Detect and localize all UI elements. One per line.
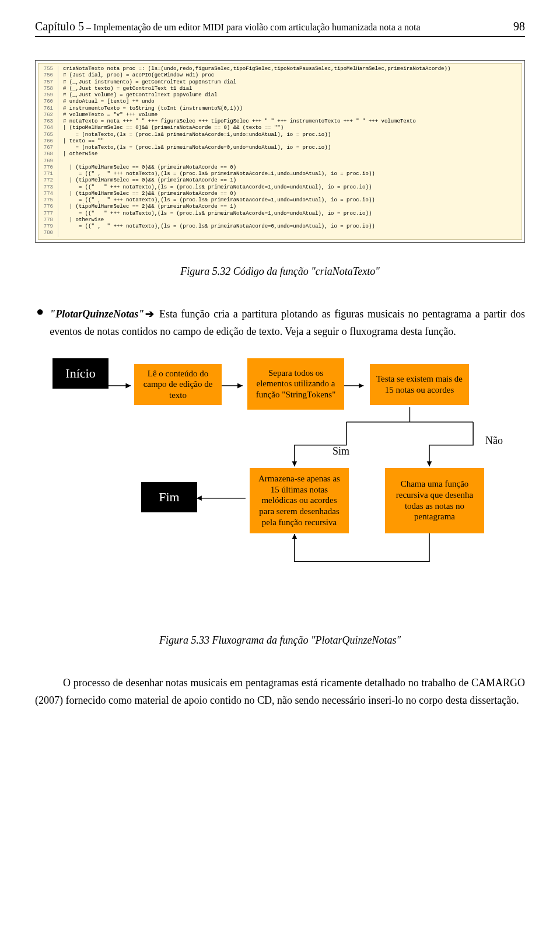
line-number: 763 [38, 118, 58, 125]
code-text: | (tipoMelHarmSelec == 0)&& (primeiraNot… [63, 165, 236, 171]
code-line: 774 | (tipoMelHarmSelec == 2)&& (primeir… [38, 191, 518, 197]
chapter-title: Implementação de um editor MIDI para vio… [93, 22, 421, 32]
flow-store-15: Armazena-se apenas as 15 últimas notas m… [250, 468, 349, 533]
code-text: | otherwise [63, 217, 104, 223]
flow-split-tokens: Separa todos os elementos utilizando a f… [247, 358, 344, 410]
line-number: 770 [38, 165, 58, 171]
paragraph-body: "PlotarQuinzeNotas"➔ Esta função cria a … [50, 305, 525, 341]
code-text: = ((" , " +++ notaTexto),(ls = (proc.ls&… [63, 223, 375, 230]
code-line: 771 = ((" , " +++ notaTexto),(ls = (proc… [38, 171, 518, 177]
line-number: 780 [38, 230, 58, 236]
line-number: 767 [38, 145, 58, 151]
code-text: | (tipoMelHarmSelec == 0)&& (primeiraNot… [63, 125, 284, 131]
chapter-number: Capítulo 5 [35, 20, 84, 33]
line-number: 779 [38, 223, 58, 230]
code-line: 772 | (tipoMelHarmSelec == 0)&& (primeir… [38, 177, 518, 184]
line-number: 777 [38, 211, 58, 217]
code-line: 766| texto == "" [38, 138, 518, 145]
code-line: 767 = (notaTexto,(ls = (proc.ls& primeir… [38, 145, 518, 151]
flow-end: Fim [141, 482, 197, 512]
code-text: # notaTexto = nota +++ " " +++ figuraSel… [63, 118, 416, 125]
figure-5-32-caption: Figura 5.32 Código da função "criaNotaTe… [35, 264, 525, 280]
line-number: 768 [38, 151, 58, 158]
code-text: # undoAtual = [texto] ++ undo [63, 99, 155, 105]
code-text: | (tipoMelHarmSelec == 2)&& (primeiraNot… [63, 191, 236, 197]
code-text: # (_,Just instrumento) = getControlText … [63, 79, 236, 86]
code-text: | texto == "" [63, 138, 104, 145]
line-number: 764 [38, 125, 58, 131]
code-line: 768| otherwise [38, 151, 518, 158]
code-text: = (notaTexto,(ls = (proc.ls& primeiraNot… [63, 132, 331, 138]
line-number: 756 [38, 72, 58, 79]
line-number: 757 [38, 79, 58, 86]
line-number: 760 [38, 99, 58, 105]
code-line: 761# instrumentoTexto = toString (toInt … [38, 106, 518, 112]
code-text: = ((" " +++ notaTexto),(ls = (proc.ls& p… [63, 184, 372, 191]
code-line: 779 = ((" , " +++ notaTexto),(ls = (proc… [38, 223, 518, 230]
code-text: = ((" , " +++ notaTexto),(ls = (proc.ls&… [63, 197, 375, 204]
flow-start: Início [52, 358, 108, 389]
line-number: 759 [38, 92, 58, 99]
chapter-header: Capítulo 5 – Implementação de um editor … [35, 18, 525, 37]
code-text: # (_,Just volume) = getControlText popVo… [63, 92, 218, 99]
line-number: 769 [38, 158, 58, 165]
flow-test-15: Testa se existem mais de 15 notas ou aco… [370, 364, 469, 405]
code-frame: 755criaNotaTexto nota proc =: (ls=(undo,… [35, 60, 525, 243]
code-line: 757# (_,Just instrumento) = getControlTe… [38, 79, 518, 86]
line-number: 773 [38, 184, 58, 191]
code-line: 769 [38, 158, 518, 165]
line-number: 778 [38, 217, 58, 223]
flow-read-content: Lê o conteúdo do campo de edição de text… [134, 364, 222, 405]
code-line: 773 = ((" " +++ notaTexto),(ls = (proc.l… [38, 184, 518, 191]
line-number: 774 [38, 191, 58, 197]
flow-recursive-draw: Chama uma função recursiva que desenha t… [385, 468, 484, 533]
code-line: 759# (_,Just volume) = getControlText po… [38, 92, 518, 99]
code-line: 770 | (tipoMelHarmSelec == 0)&& (primeir… [38, 165, 518, 171]
figure-5-33-caption: Figura 5.33 Fluxograma da função "Plotar… [35, 633, 525, 648]
code-line: 778 | otherwise [38, 217, 518, 223]
line-number: 762 [38, 112, 58, 118]
page-number: 98 [513, 18, 525, 35]
flowchart: Início Lê o conteúdo do campo de edição … [52, 358, 525, 603]
closing-paragraph: O processo de desenhar notas musicais em… [35, 674, 525, 710]
line-number: 775 [38, 197, 58, 204]
code-text: # volumeTexto = "v" +++ volume [63, 112, 158, 118]
code-line: 764| (tipoMelHarmSelec == 0)&& (primeira… [38, 125, 518, 131]
code-text: | (tipoMelHarmSelec == 0)&& (primeiraNot… [63, 177, 236, 184]
line-number: 755 [38, 66, 58, 72]
flow-label-nao: Não [485, 433, 503, 449]
code-line: 755criaNotaTexto nota proc =: (ls=(undo,… [38, 66, 518, 72]
code-text: criaNotaTexto nota proc =: (ls=(undo,red… [63, 66, 450, 72]
code-text: | (tipoMelHarmSelec == 2)&& (primeiraNot… [63, 204, 236, 210]
code-text: # instrumentoTexto = toString (toInt (in… [63, 106, 243, 112]
code-line: 763# notaTexto = nota +++ " " +++ figura… [38, 118, 518, 125]
function-name: "PlotarQuinzeNotas" [50, 308, 144, 320]
code-line: 775 = ((" , " +++ notaTexto),(ls = (proc… [38, 197, 518, 204]
code-line: 777 = ((" " +++ notaTexto),(ls = (proc.l… [38, 211, 518, 217]
bullet-icon: ● [35, 305, 50, 341]
code-text: = (notaTexto,(ls = (proc.ls& primeiraNot… [63, 145, 331, 151]
line-number: 776 [38, 204, 58, 210]
arrow-icon: ➔ [144, 308, 155, 320]
line-number: 765 [38, 132, 58, 138]
code-line: 758# (_,Just texto) = getControlText t1 … [38, 86, 518, 92]
line-number: 772 [38, 177, 58, 184]
code-text: = ((" , " +++ notaTexto),(ls = (proc.ls&… [63, 171, 375, 177]
code-text: # (Just dial, proc) = accPIO(getWindow w… [63, 72, 214, 79]
line-number: 761 [38, 106, 58, 112]
code-line: 776 | (tipoMelHarmSelec == 2)&& (primeir… [38, 204, 518, 210]
code-line: 765 = (notaTexto,(ls = (proc.ls& primeir… [38, 132, 518, 138]
line-number: 766 [38, 138, 58, 145]
code-line: 760# undoAtual = [texto] ++ undo [38, 99, 518, 105]
code-line: 756# (Just dial, proc) = accPIO(getWindo… [38, 72, 518, 79]
code-text: = ((" " +++ notaTexto),(ls = (proc.ls& p… [63, 211, 372, 217]
flow-label-sim: Sim [332, 443, 349, 459]
code-text: | otherwise [63, 151, 97, 158]
chapter-sep: – [84, 22, 93, 32]
code-block: 755criaNotaTexto nota proc =: (ls=(undo,… [38, 63, 522, 240]
chapter-left: Capítulo 5 – Implementação de um editor … [35, 18, 421, 35]
line-number: 758 [38, 86, 58, 92]
line-number: 771 [38, 171, 58, 177]
code-text: # (_,Just texto) = getControlText t1 dia… [63, 86, 192, 92]
code-line: 762# volumeTexto = "v" +++ volume [38, 112, 518, 118]
